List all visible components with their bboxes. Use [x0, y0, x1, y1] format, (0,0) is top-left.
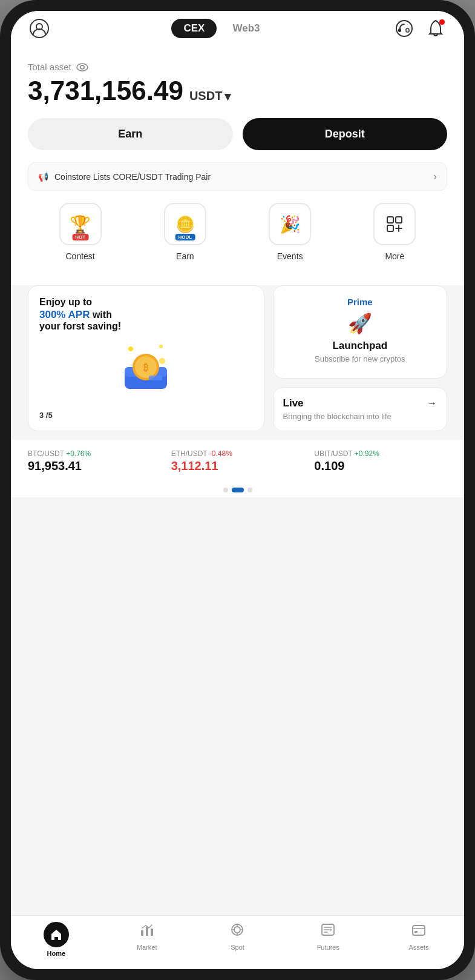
assets-label: Assets: [409, 944, 429, 951]
action-buttons: Earn Deposit: [28, 118, 447, 150]
futures-icon: [320, 922, 336, 941]
cards-section: Enjoy up to 300% APR with your forst sav…: [11, 285, 464, 431]
contest-icon-box: 🏆 HOT: [59, 203, 102, 245]
exchange-tab-group: CEX Web3: [171, 19, 272, 38]
svg-point-21: [234, 927, 240, 933]
svg-rect-6: [396, 217, 402, 223]
assets-icon: [411, 922, 427, 941]
amount-value: 3,731,156.49: [28, 76, 183, 106]
phone-screen: CEX Web3: [11, 11, 464, 969]
total-amount-display: 3,731,156.49 USDT ▾: [28, 76, 447, 106]
svg-rect-16: [149, 376, 162, 380]
dot-2: [232, 488, 244, 492]
ticker-eth[interactable]: ETH/USDT -0.48% 3,112.11: [171, 449, 304, 473]
header-icons: [393, 17, 447, 40]
top-navigation: CEX Web3: [11, 11, 464, 50]
home-icon: [44, 922, 69, 947]
hero-section: Total asset 3,731,156.49 USDT ▾ Earn: [11, 50, 464, 285]
announcement-bar[interactable]: 📢 Coinstore Lists CORE/USDT Trading Pair…: [28, 162, 447, 191]
ticker-section: BTC/USDT +0.76% 91,953.41 ETH/USDT -0.48…: [11, 440, 464, 483]
dot-1: [223, 488, 228, 492]
quick-action-contest[interactable]: 🏆 HOT Contest: [59, 203, 102, 261]
nav-market[interactable]: Market: [102, 922, 192, 957]
svg-point-4: [80, 65, 84, 69]
live-subtitle: Bringing the blockchain into life: [283, 412, 391, 421]
prime-label: Prime: [347, 297, 373, 307]
launchpad-title: Launchpad: [332, 340, 387, 352]
earn-apr: 300% APR: [39, 309, 90, 320]
svg-rect-24: [414, 931, 418, 933]
quick-actions-row: 🏆 HOT Contest 🪙 HODL Earn: [28, 203, 447, 261]
announcement-chevron: ›: [433, 170, 437, 183]
eth-pair: ETH/USDT -0.48%: [171, 449, 304, 458]
svg-point-8: [128, 346, 133, 351]
phone-frame: CEX Web3: [0, 0, 475, 980]
hodl-badge: HODL: [175, 234, 195, 240]
quick-action-more[interactable]: More: [373, 203, 416, 261]
bottom-navigation: Home Market: [11, 915, 464, 969]
announcement-content: 📢 Coinstore Lists CORE/USDT Trading Pair: [38, 172, 211, 182]
right-cards-column: Prime 🚀 Launchpad Subscribe for new cryp…: [273, 285, 447, 431]
ticker-btc[interactable]: BTC/USDT +0.76% 91,953.41: [28, 449, 161, 473]
ubit-price: 0.109: [314, 459, 447, 473]
currency-label[interactable]: USDT ▾: [189, 89, 231, 104]
home-label: Home: [47, 950, 66, 957]
live-title: Live: [283, 397, 304, 409]
deposit-button[interactable]: Deposit: [243, 118, 448, 150]
announcement-icon: 📢: [38, 172, 48, 182]
quick-action-earn[interactable]: 🪙 HODL Earn: [164, 203, 206, 261]
market-label: Market: [137, 944, 157, 951]
spot-icon: [229, 922, 245, 941]
support-button[interactable]: [393, 17, 416, 40]
nav-home[interactable]: Home: [11, 922, 102, 957]
launchpad-card[interactable]: Prime 🚀 Launchpad Subscribe for new cryp…: [273, 285, 447, 379]
svg-point-10: [159, 358, 165, 364]
content-scroll[interactable]: Total asset 3,731,156.49 USDT ▾ Earn: [11, 50, 464, 915]
svg-text:₿: ₿: [143, 362, 148, 372]
hot-badge: HOT: [72, 234, 88, 240]
live-card-header: Live →: [283, 397, 437, 409]
profile-button[interactable]: [28, 17, 51, 40]
more-label: More: [385, 251, 404, 261]
market-icon: [139, 922, 155, 941]
cex-tab[interactable]: CEX: [171, 19, 217, 38]
ticker-ubit[interactable]: UBIT/USDT +0.92% 0.109: [314, 449, 447, 473]
nav-assets[interactable]: Assets: [373, 922, 464, 957]
earn-promo-card[interactable]: Enjoy up to 300% APR with your forst sav…: [28, 285, 264, 431]
svg-rect-5: [387, 217, 393, 223]
ticker-row: BTC/USDT +0.76% 91,953.41 ETH/USDT -0.48…: [28, 449, 447, 473]
web3-tab[interactable]: Web3: [220, 19, 272, 38]
scroll-indicator: [11, 483, 464, 497]
dot-3: [247, 488, 252, 492]
eth-price: 3,112.11: [171, 459, 304, 473]
earn-button[interactable]: Earn: [28, 118, 233, 150]
earn-card-line1: Enjoy up to: [39, 297, 253, 308]
notification-button[interactable]: [424, 17, 447, 40]
more-grid-icon: [385, 214, 404, 234]
nav-futures[interactable]: Futures: [283, 922, 373, 957]
announcement-text: Coinstore Lists CORE/USDT Trading Pair: [54, 172, 211, 182]
notification-badge: [439, 19, 445, 25]
svg-point-2: [396, 21, 412, 36]
live-card[interactable]: Live → Bringing the blockchain into life: [273, 387, 447, 431]
svg-rect-19: [151, 929, 153, 936]
contest-label: Contest: [66, 251, 95, 261]
earn-label: Earn: [176, 251, 194, 261]
ubit-change: +0.92%: [355, 449, 379, 458]
visibility-icon[interactable]: [76, 63, 88, 71]
earn-line3: your forst saving!: [39, 321, 121, 331]
card-pagination: 3 /5: [39, 411, 253, 420]
cards-row: Enjoy up to 300% APR with your forst sav…: [28, 285, 447, 431]
launchpad-icon: 🚀: [348, 312, 372, 335]
spot-label: Spot: [231, 944, 244, 951]
svg-point-3: [77, 64, 88, 71]
nav-spot[interactable]: Spot: [192, 922, 283, 957]
btc-price: 91,953.41: [28, 459, 161, 473]
total-asset-label: Total asset: [28, 62, 447, 72]
btc-change: +0.76%: [66, 449, 91, 458]
svg-rect-17: [141, 930, 143, 936]
earn-icon-box: 🪙 HODL: [164, 203, 206, 245]
events-icon-box: 🎉: [269, 203, 311, 245]
quick-action-events[interactable]: 🎉 Events: [269, 203, 311, 261]
live-arrow: →: [427, 398, 437, 409]
